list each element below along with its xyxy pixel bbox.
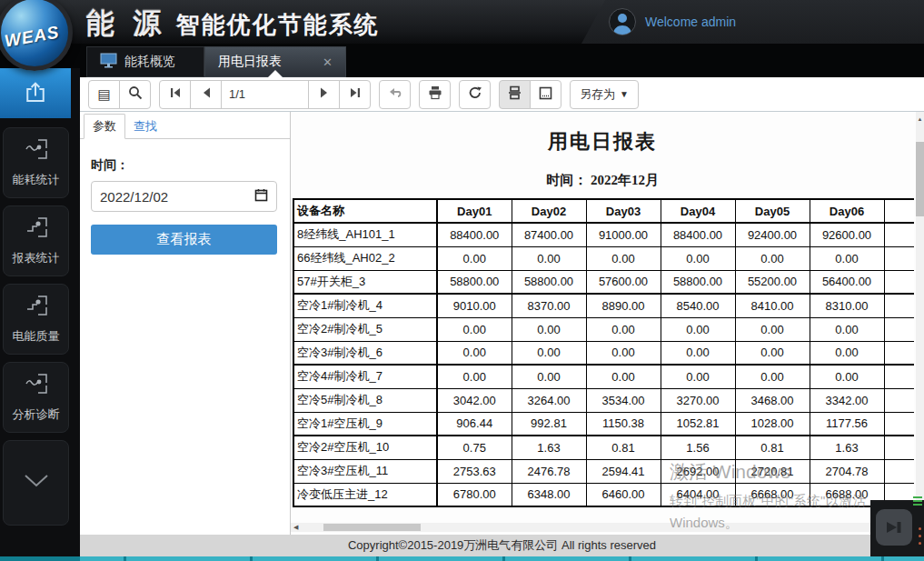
value-cell: 56400.00 <box>810 270 884 294</box>
printer-icon <box>428 85 442 103</box>
horizontal-scrollbar[interactable]: ◀ <box>291 523 914 532</box>
value-cell: 0.00 <box>437 365 512 388</box>
date-input[interactable] <box>100 189 236 205</box>
value-cell: 0.00 <box>437 317 512 341</box>
value-cell: 58800.00 <box>437 270 512 294</box>
monitor-icon <box>100 53 117 71</box>
value-cell: 0 <box>884 341 914 365</box>
table-row: 空冷2#空压机_100.751.630.811.560.811.630 <box>293 436 914 459</box>
tab-label: 能耗概览 <box>124 54 175 70</box>
report-title: 用电日报表 <box>291 128 914 155</box>
value-cell: 0.00 <box>810 341 884 365</box>
list-icon: ▤ <box>97 86 110 103</box>
value-cell: 1052.81 <box>661 412 735 436</box>
value-cell: 0.00 <box>586 246 661 270</box>
horizontal-scroll-thumb[interactable] <box>323 524 421 531</box>
calendar-icon[interactable] <box>254 188 268 205</box>
value-cell: 1.56 <box>661 436 735 459</box>
print-button[interactable] <box>419 80 451 109</box>
column-header: Day02 <box>512 199 586 223</box>
table-row: 空冷5#制冷机_83042.003264.003534.003270.00346… <box>293 388 914 412</box>
value-cell: 0.00 <box>586 341 661 365</box>
table-row: 66经纬线_AH02_20.000.000.000.000.000.000 <box>293 246 914 270</box>
print-layout-button[interactable] <box>499 80 531 109</box>
value-cell: 6668.00 <box>735 483 810 506</box>
sidebar-item-analysis-diagnosis[interactable]: 分析诊断 <box>3 362 69 433</box>
sidebar-expand-button[interactable] <box>3 440 69 526</box>
device-name-cell: 空冷1#制冷机_4 <box>293 294 437 317</box>
value-cell: 0.00 <box>512 246 586 270</box>
close-icon[interactable]: ✕ <box>323 55 333 69</box>
search-button[interactable] <box>119 80 151 109</box>
welcome-text: Welcome admin <box>645 15 736 29</box>
column-header: Day05 <box>735 199 810 223</box>
sidebar-item-energy-stats[interactable]: 能耗统计 <box>3 127 69 198</box>
tab-electricity-daily-report[interactable]: 用电日报表 ✕ <box>204 46 346 77</box>
sidebar-item-report-stats[interactable]: 报表统计 <box>3 205 69 276</box>
active-tab-pointer <box>268 70 283 77</box>
page-number-input[interactable] <box>221 80 309 109</box>
first-page-icon <box>169 86 182 102</box>
scroll-up-icon[interactable]: ▲ <box>916 112 924 122</box>
value-cell: 0.00 <box>512 317 586 341</box>
value-cell: 3534.00 <box>586 388 661 412</box>
first-page-button[interactable] <box>159 80 191 109</box>
tab-find[interactable]: 查找 <box>125 115 165 138</box>
value-cell: 264 <box>884 459 914 483</box>
user-menu[interactable]: Welcome admin <box>609 8 736 35</box>
value-cell: 0.00 <box>810 246 884 270</box>
save-as-button[interactable]: 另存为 ▼ <box>570 80 639 109</box>
value-cell: 906.44 <box>437 412 512 436</box>
next-page-button[interactable] <box>308 80 340 109</box>
refresh-button[interactable] <box>459 80 491 109</box>
wave-chart-icon <box>23 372 50 399</box>
chevron-down-icon: ▼ <box>620 89 629 99</box>
vertical-scroll-thumb[interactable] <box>916 142 924 216</box>
value-cell: 88400.00 <box>661 223 735 246</box>
page-layout-icon <box>539 86 552 103</box>
value-cell: 992.81 <box>512 412 586 436</box>
value-cell: 87400.00 <box>512 223 586 246</box>
dot-chart-icon <box>23 215 50 243</box>
vertical-scrollbar[interactable]: ▲ <box>916 112 924 500</box>
share-icon <box>22 78 49 109</box>
back-button[interactable] <box>379 80 411 109</box>
date-picker[interactable] <box>91 181 277 212</box>
app-title-sub: 智能优化节能系统 <box>176 9 380 41</box>
value-cell: 0.00 <box>586 365 661 388</box>
table-row: 冷变低压主进_126780.006348.006460.006404.00666… <box>293 483 914 506</box>
value-cell: 8540.00 <box>661 294 735 317</box>
media-skip-icon[interactable] <box>876 509 912 546</box>
view-report-button[interactable]: 查看报表 <box>91 225 277 255</box>
column-header: 设备名称 <box>293 199 437 223</box>
page-layout-button[interactable] <box>530 80 561 109</box>
value-cell: 2720.81 <box>735 459 810 483</box>
tab-energy-overview[interactable]: 能耗概览 <box>86 46 204 77</box>
refresh-icon <box>468 85 482 103</box>
value-cell: 0.00 <box>735 317 810 341</box>
sidebar-item-power-quality[interactable]: 电能质量 <box>3 284 69 355</box>
toc-button[interactable]: ▤ <box>88 80 120 109</box>
report-subtitle: 时间： 2022年12月 <box>291 172 914 189</box>
value-cell: 1150.38 <box>586 412 661 436</box>
value-cell: 0 <box>884 436 914 459</box>
value-cell: 18 <box>884 388 914 412</box>
last-page-button[interactable] <box>339 80 371 109</box>
device-name-cell: 空冷2#空压机_10 <box>293 436 437 459</box>
sidebar-item-active[interactable] <box>0 68 71 118</box>
value-cell: 57600.00 <box>586 270 661 294</box>
weas-logo-text: WEAS <box>3 23 61 52</box>
value-cell: 8890.00 <box>586 294 661 317</box>
value-cell: 719 <box>884 294 914 317</box>
tab-parameters[interactable]: 参数 <box>84 114 125 139</box>
value-cell: 956 <box>884 223 914 246</box>
report-table-wrap: 设备名称Day01Day02Day03Day04Day05Day06Da 8经纬… <box>293 198 914 507</box>
value-cell: 2753.63 <box>437 459 512 483</box>
value-cell: 58800.00 <box>512 270 586 294</box>
scroll-left-icon[interactable]: ◀ <box>291 524 301 531</box>
report-toolbar: ▤ <box>80 77 924 112</box>
prev-page-button[interactable] <box>190 80 222 109</box>
value-cell: 0.00 <box>661 317 735 341</box>
value-cell: 0.00 <box>512 341 586 365</box>
device-name-cell: 空冷2#制冷机_5 <box>293 317 437 341</box>
